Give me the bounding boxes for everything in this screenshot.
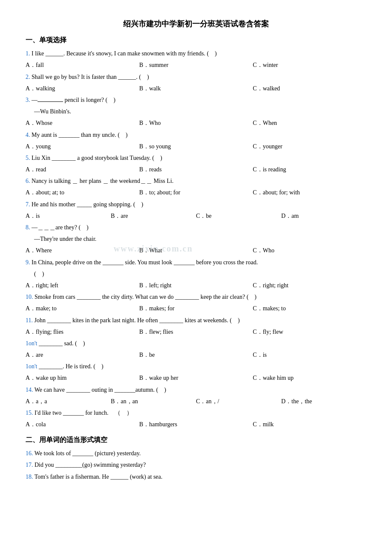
question-18: 18. Tom's father is a fisherman. He ____…	[26, 471, 366, 482]
question-16: 16. We took lots of _______ (picture) ye…	[26, 448, 366, 459]
question-9: 9. In China, people drive on the _______…	[26, 257, 366, 268]
options-11: A．flying; flies B．flew; flies C．fly; fle…	[26, 327, 366, 337]
section1-header: 一、单项选择	[26, 34, 366, 46]
options-14: A．a，a B．an，an C．an，/ D．the，the	[26, 396, 366, 407]
options-4: A．young B．so young C．younger	[26, 141, 366, 152]
question-10: 10. Smoke from cars ________ the city di…	[26, 292, 366, 302]
watermark: www.zixin.com.cn	[114, 241, 193, 256]
options-5: A．read B．reads C．is reading	[26, 164, 366, 175]
question-4: 4. My aunt is _______ than my uncle. ( )	[26, 130, 366, 140]
title: 绍兴市建功中学新初一分班英语试卷含答案	[26, 17, 366, 31]
question-17: 17. Did you _________(go) swimming yeste…	[26, 460, 366, 470]
options-9: A．right; left B．left; right C．right; rig…	[26, 280, 366, 291]
options-8: A．Where www.zixin.com.cn B．What C．Who	[26, 245, 366, 256]
q9-paren: ( )	[34, 269, 366, 279]
options-2: A．walking B．walk C．walked	[26, 83, 366, 94]
question-14: 14. We can have ________ outing in _____…	[26, 384, 366, 395]
options-7: A．is B．are C．be D．am	[26, 211, 366, 221]
options-3: A．Whose B．Who C．When	[26, 118, 366, 128]
question-8: 8. —＿＿＿are they? ( )	[26, 222, 366, 233]
question-2: 2. Shall we go by bus? It is faster than…	[26, 72, 366, 82]
options-1: A．fall B．summer C．winter	[26, 60, 366, 70]
options-6: A．about; at; to B．to; about; for C．about…	[26, 187, 366, 198]
q8-sub: —They're under the chair.	[34, 234, 366, 244]
options-12: A．are B．be C．is	[26, 350, 366, 360]
question-5: 5. Liu Xin ________ a good storybook las…	[26, 153, 366, 163]
question-7: 7. He and his mother _____ going shoppin…	[26, 199, 366, 210]
section2-header: 二、用单词的适当形式填空	[26, 434, 366, 446]
question-1: 1. I like ______. Because it's snowy, I …	[26, 48, 366, 59]
question-12: 1on't ________ sad. ( )	[26, 338, 366, 349]
question-13: 1on't ________. He is tired. ( )	[26, 361, 366, 372]
options-13: A．wake up him B．wake up her C．wake him u…	[26, 373, 366, 383]
options-15: A．cola B．hamburgers C．milk	[26, 419, 366, 430]
question-6: 6. Nancy is talking ＿ her plans ＿ the we…	[26, 176, 366, 186]
question-11: 11. John ________ kites in the park last…	[26, 315, 366, 326]
question-15: 15. I'd like two _______ for lunch. （ ）	[26, 408, 366, 418]
question-3: 3. — pencil is longer? ( )	[26, 95, 366, 105]
options-10: A．make; to B．makes; for C．makes; to	[26, 303, 366, 314]
q3-sub: —Wu Binbin's.	[34, 106, 366, 117]
